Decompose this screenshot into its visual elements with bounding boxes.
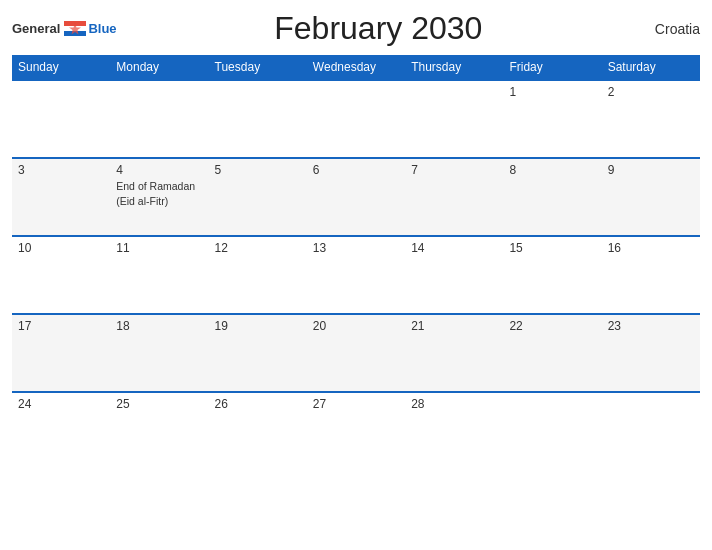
calendar-cell: 25 (110, 392, 208, 470)
calendar-row-4: 17181920212223 (12, 314, 700, 392)
day-number: 25 (116, 397, 202, 411)
day-number: 22 (509, 319, 595, 333)
calendar-cell: 20 (307, 314, 405, 392)
calendar-cell: 12 (209, 236, 307, 314)
header-monday: Monday (110, 55, 208, 80)
day-number: 28 (411, 397, 497, 411)
calendar-cell: 13 (307, 236, 405, 314)
logo-general-text: General (12, 21, 60, 36)
header: General Blue February 2030 Croatia (12, 10, 700, 47)
logo-flag-icon (64, 21, 86, 36)
calendar-cell: 8 (503, 158, 601, 236)
weekday-header-row: Sunday Monday Tuesday Wednesday Thursday… (12, 55, 700, 80)
calendar-cell: 6 (307, 158, 405, 236)
day-number: 7 (411, 163, 497, 177)
day-number: 16 (608, 241, 694, 255)
header-sunday: Sunday (12, 55, 110, 80)
calendar-row-5: 2425262728 (12, 392, 700, 470)
day-number: 21 (411, 319, 497, 333)
header-saturday: Saturday (602, 55, 700, 80)
day-number: 27 (313, 397, 399, 411)
calendar-row-1: 12 (12, 80, 700, 158)
day-number: 4 (116, 163, 202, 177)
calendar-cell: 11 (110, 236, 208, 314)
calendar-cell: 28 (405, 392, 503, 470)
day-number: 9 (608, 163, 694, 177)
calendar-cell: 16 (602, 236, 700, 314)
calendar-cell: 27 (307, 392, 405, 470)
calendar-cell: 22 (503, 314, 601, 392)
calendar-cell (12, 80, 110, 158)
event-label: End of Ramadan (Eid al-Fitr) (116, 180, 195, 207)
calendar-cell: 21 (405, 314, 503, 392)
calendar-cell (110, 80, 208, 158)
header-tuesday: Tuesday (209, 55, 307, 80)
calendar-table: Sunday Monday Tuesday Wednesday Thursday… (12, 55, 700, 470)
day-number: 20 (313, 319, 399, 333)
calendar-cell: 17 (12, 314, 110, 392)
calendar-cell: 14 (405, 236, 503, 314)
calendar-cell: 1 (503, 80, 601, 158)
day-number: 12 (215, 241, 301, 255)
day-number: 3 (18, 163, 104, 177)
day-number: 26 (215, 397, 301, 411)
day-number: 13 (313, 241, 399, 255)
calendar-cell (503, 392, 601, 470)
day-number: 8 (509, 163, 595, 177)
calendar-cell: 2 (602, 80, 700, 158)
calendar-cell: 9 (602, 158, 700, 236)
calendar-cell (209, 80, 307, 158)
day-number: 19 (215, 319, 301, 333)
header-thursday: Thursday (405, 55, 503, 80)
logo-blue-text: Blue (88, 21, 116, 36)
calendar-cell (405, 80, 503, 158)
calendar-cell: 23 (602, 314, 700, 392)
day-number: 17 (18, 319, 104, 333)
calendar-cell: 19 (209, 314, 307, 392)
calendar-row-3: 10111213141516 (12, 236, 700, 314)
header-friday: Friday (503, 55, 601, 80)
header-wednesday: Wednesday (307, 55, 405, 80)
day-number: 10 (18, 241, 104, 255)
day-number: 24 (18, 397, 104, 411)
day-number: 11 (116, 241, 202, 255)
calendar-cell: 4End of Ramadan (Eid al-Fitr) (110, 158, 208, 236)
calendar-cell: 10 (12, 236, 110, 314)
calendar-cell: 5 (209, 158, 307, 236)
day-number: 23 (608, 319, 694, 333)
country-label: Croatia (640, 21, 700, 37)
day-number: 5 (215, 163, 301, 177)
calendar-cell: 7 (405, 158, 503, 236)
calendar-cell: 18 (110, 314, 208, 392)
calendar-cell (307, 80, 405, 158)
calendar-cell: 3 (12, 158, 110, 236)
calendar-row-2: 34End of Ramadan (Eid al-Fitr)56789 (12, 158, 700, 236)
day-number: 2 (608, 85, 694, 99)
calendar-title: February 2030 (117, 10, 640, 47)
day-number: 18 (116, 319, 202, 333)
calendar-cell (602, 392, 700, 470)
page: General Blue February 2030 Croatia Sunda… (0, 0, 712, 550)
day-number: 1 (509, 85, 595, 99)
calendar-cell: 26 (209, 392, 307, 470)
calendar-cell: 24 (12, 392, 110, 470)
day-number: 6 (313, 163, 399, 177)
calendar-cell: 15 (503, 236, 601, 314)
day-number: 14 (411, 241, 497, 255)
logo: General Blue (12, 21, 117, 36)
day-number: 15 (509, 241, 595, 255)
